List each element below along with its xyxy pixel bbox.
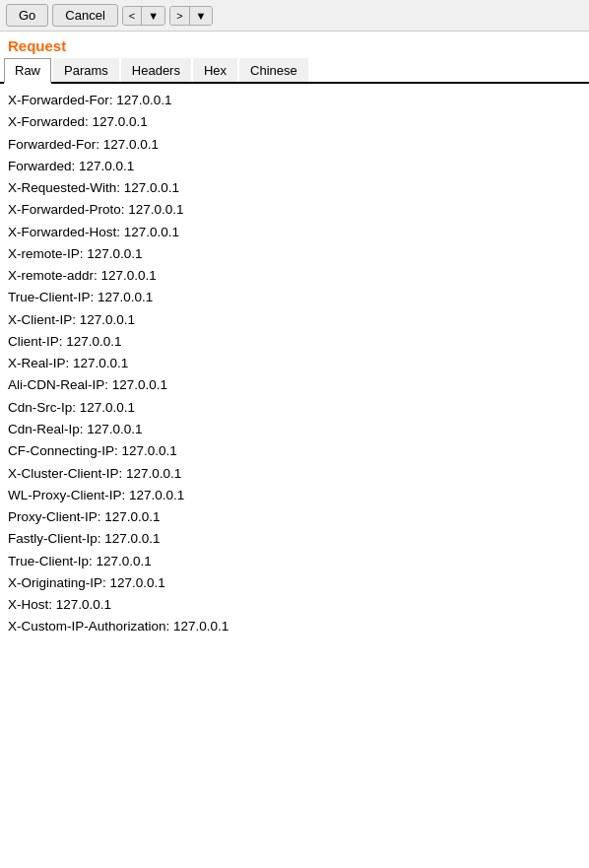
content-line: Forwarded: 127.0.0.1	[8, 156, 581, 177]
content-line: X-Forwarded-Proto: 127.0.0.1	[8, 199, 581, 221]
content-line: X-Forwarded: 127.0.0.1	[8, 111, 581, 133]
section-title: Request	[0, 32, 589, 58]
back-nav-group: < ▼	[122, 6, 165, 26]
back-dropdown-button[interactable]: ▼	[142, 7, 164, 25]
content-line: Fastly-Client-Ip: 127.0.0.1	[8, 528, 581, 550]
go-button[interactable]: Go	[6, 4, 48, 27]
tab-headers[interactable]: Headers	[121, 58, 191, 82]
content-line: X-Cluster-Client-IP: 127.0.0.1	[8, 463, 581, 485]
tab-bar: RawParamsHeadersHexChinese	[0, 58, 589, 84]
forward-button[interactable]: >	[170, 7, 189, 25]
content-area: X-Forwarded-For: 127.0.0.1X-Forwarded: 1…	[0, 84, 589, 644]
back-button[interactable]: <	[123, 7, 142, 25]
content-line: X-Real-IP: 127.0.0.1	[8, 353, 581, 374]
tab-raw[interactable]: Raw	[4, 58, 51, 84]
content-line: Client-IP: 127.0.0.1	[8, 331, 581, 353]
content-line: X-Custom-IP-Authorization: 127.0.0.1	[8, 616, 581, 637]
content-line: X-Originating-IP: 127.0.0.1	[8, 572, 581, 594]
content-line: X-remote-addr: 127.0.0.1	[8, 265, 581, 287]
content-line: Cdn-Real-Ip: 127.0.0.1	[8, 419, 581, 440]
toolbar: Go Cancel < ▼ > ▼	[0, 0, 589, 32]
forward-nav-group: > ▼	[169, 6, 213, 26]
content-line: X-Forwarded-For: 127.0.0.1	[8, 90, 581, 111]
content-line: Proxy-Client-IP: 127.0.0.1	[8, 506, 581, 528]
content-line: CF-Connecting-IP: 127.0.0.1	[8, 440, 581, 462]
content-line: True-Client-Ip: 127.0.0.1	[8, 551, 581, 572]
content-line: Forwarded-For: 127.0.0.1	[8, 134, 581, 156]
tab-params[interactable]: Params	[53, 58, 119, 82]
cancel-button[interactable]: Cancel	[52, 4, 117, 27]
content-line: X-Requested-With: 127.0.0.1	[8, 177, 581, 199]
content-line: WL-Proxy-Client-IP: 127.0.0.1	[8, 485, 581, 506]
tab-hex[interactable]: Hex	[193, 58, 237, 82]
content-line: True-Client-IP: 127.0.0.1	[8, 287, 581, 308]
content-line: X-Client-IP: 127.0.0.1	[8, 309, 581, 331]
forward-dropdown-button[interactable]: ▼	[190, 7, 213, 25]
content-line: X-Host: 127.0.0.1	[8, 594, 581, 616]
content-line: X-remote-IP: 127.0.0.1	[8, 243, 581, 265]
content-line: Cdn-Src-Ip: 127.0.0.1	[8, 397, 581, 419]
content-line: Ali-CDN-Real-IP: 127.0.0.1	[8, 374, 581, 396]
content-line: X-Forwarded-Host: 127.0.0.1	[8, 222, 581, 243]
tab-chinese[interactable]: Chinese	[239, 58, 308, 82]
